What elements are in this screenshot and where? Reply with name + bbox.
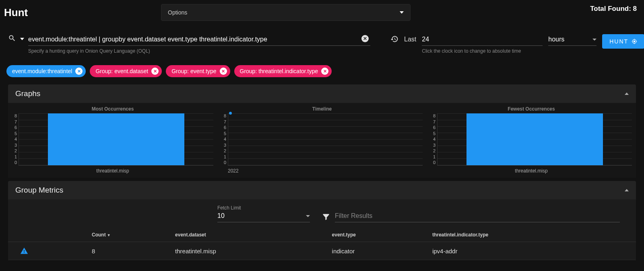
- time-unit-select[interactable]: hours: [548, 34, 597, 46]
- time-helper: Click the clock icon to change to absolu…: [422, 48, 543, 54]
- chart-bar[interactable]: [466, 113, 603, 165]
- chevron-down-icon: [592, 39, 597, 41]
- time-mode-label: Last: [404, 34, 416, 43]
- filter-icon[interactable]: [322, 213, 330, 221]
- time-unit-value: hours: [548, 36, 564, 43]
- group-metrics-title: Group Metrics: [15, 186, 63, 195]
- table-cell: indicator: [329, 242, 429, 260]
- chip-label: Group: threatintel.indicator.type: [240, 68, 318, 74]
- chart: Most Occurrences876543210threatintel.mis…: [12, 106, 213, 174]
- crosshair-icon: [632, 39, 637, 44]
- chip-remove-icon[interactable]: ✕: [220, 68, 227, 75]
- page-title: Hunt: [4, 3, 28, 22]
- chip-remove-icon[interactable]: ✕: [321, 68, 328, 75]
- chevron-down-icon: [306, 215, 310, 217]
- group-metrics-table: Count▼event.datasetevent.typethreatintel…: [8, 228, 636, 260]
- query-chips: event.module:threatintel✕Group: event.da…: [0, 57, 644, 81]
- table-header[interactable]: Count▼: [89, 228, 172, 242]
- filter-results-input[interactable]: [335, 211, 620, 222]
- chart-x-label: 2022: [221, 168, 423, 174]
- hunt-button[interactable]: HUNT: [602, 34, 644, 49]
- table-header[interactable]: event.dataset: [172, 228, 329, 242]
- chart: Timeline8765432102022: [221, 106, 423, 174]
- chevron-up-icon: [625, 92, 629, 95]
- table-cell: 8: [89, 242, 172, 260]
- time-value-input[interactable]: [422, 34, 543, 46]
- query-chip[interactable]: Group: event.dataset✕: [90, 65, 162, 77]
- alert-icon[interactable]: [20, 247, 28, 255]
- query-chip[interactable]: Group: threatintel.indicator.type✕: [234, 65, 332, 77]
- group-metrics-panel-header[interactable]: Group Metrics: [8, 181, 636, 199]
- fetch-limit-value: 10: [217, 212, 225, 220]
- search-icon[interactable]: [8, 34, 16, 42]
- chevron-up-icon: [625, 189, 629, 191]
- graphs-panel-header[interactable]: Graphs: [8, 84, 636, 103]
- query-chip[interactable]: event.module:threatintel✕: [6, 65, 86, 77]
- sort-desc-icon: ▼: [107, 233, 111, 237]
- total-found: Total Found: 8: [590, 5, 637, 13]
- options-dropdown[interactable]: Options: [161, 4, 411, 21]
- fetch-limit-label: Fetch Limit: [217, 205, 310, 211]
- chart-point[interactable]: [229, 112, 232, 115]
- chart-title: Timeline: [221, 106, 423, 112]
- chart-title: Most Occurrences: [12, 106, 213, 112]
- hunt-button-label: HUNT: [609, 38, 628, 45]
- chip-remove-icon[interactable]: ✕: [151, 68, 159, 75]
- table-row[interactable]: 8threatintel.mispindicatoripv4-addr: [8, 242, 636, 260]
- query-helper: Specify a hunting query in Onion Query L…: [28, 48, 370, 54]
- query-input[interactable]: [28, 34, 370, 46]
- clear-query-icon[interactable]: ✕: [361, 35, 369, 42]
- table-cell: ipv4-addr: [429, 242, 636, 260]
- chart-title: Fewest Occurrences: [431, 106, 632, 112]
- options-label: Options: [168, 9, 187, 16]
- query-chip[interactable]: Group: event.type✕: [166, 65, 230, 77]
- chevron-down-icon: [400, 11, 404, 14]
- chip-label: event.module:threatintel: [12, 68, 72, 74]
- fetch-limit-select[interactable]: 10: [217, 211, 310, 222]
- chip-label: Group: event.dataset: [95, 68, 148, 74]
- chevron-down-icon[interactable]: [20, 38, 24, 40]
- chip-remove-icon[interactable]: ✕: [75, 68, 83, 75]
- chart: Fewest Occurrences876543210threatintel.m…: [431, 106, 632, 174]
- charts-row: Most Occurrences876543210threatintel.mis…: [8, 103, 636, 178]
- table-cell: threatintel.misp: [172, 242, 329, 260]
- graphs-title: Graphs: [15, 89, 40, 98]
- table-header[interactable]: event.type: [329, 228, 429, 242]
- chip-label: Group: event.type: [171, 68, 216, 74]
- table-header[interactable]: threatintel.indicator.type: [429, 228, 636, 242]
- chart-bar[interactable]: [48, 113, 184, 165]
- history-icon[interactable]: [390, 35, 398, 43]
- chart-x-label: threatintel.misp: [12, 168, 213, 174]
- chart-x-label: threatintel.misp: [431, 168, 632, 174]
